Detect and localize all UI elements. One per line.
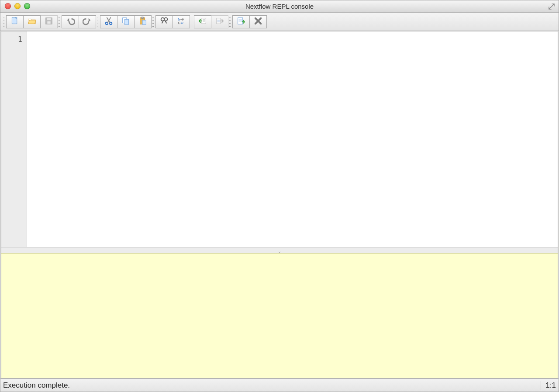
run-script-button[interactable]: [194, 15, 211, 28]
minimize-window-button[interactable]: [14, 3, 21, 9]
editor-container: 1 ⌄: [1, 31, 558, 378]
splitter-handle-icon: ⌄: [278, 249, 281, 254]
svg-rect-8: [124, 19, 128, 24]
cursor-position: 1:1: [541, 381, 556, 390]
toolbar: ba: [0, 13, 559, 31]
open-file-button[interactable]: [23, 15, 41, 28]
close-window-button[interactable]: [5, 3, 11, 9]
toolbar-grip[interactable]: [229, 16, 231, 28]
new-file-button[interactable]: [6, 15, 24, 28]
find-replace-icon: ba: [176, 16, 186, 27]
code-editor: 1: [1, 31, 558, 247]
redo-button[interactable]: [79, 15, 96, 28]
interrupt-button[interactable]: [249, 15, 267, 28]
svg-point-13: [164, 18, 167, 21]
new-file-icon: [10, 16, 20, 27]
toolbar-grip[interactable]: [59, 16, 61, 28]
svg-rect-16: [202, 18, 206, 24]
run-selection-button[interactable]: [211, 15, 228, 28]
svg-rect-11: [142, 20, 146, 24]
stop-icon: [253, 16, 263, 27]
cut-icon: [104, 16, 114, 27]
find-icon: [159, 16, 169, 27]
open-folder-icon: [27, 16, 37, 27]
status-bar: Execution complete. 1:1: [0, 378, 559, 392]
pane-splitter[interactable]: ⌄: [1, 247, 558, 253]
svg-rect-10: [141, 17, 144, 19]
save-icon: [44, 16, 54, 27]
svg-rect-4: [47, 21, 50, 24]
toolbar-group-file: [6, 15, 58, 28]
run-selection-icon: [215, 16, 224, 27]
code-input[interactable]: [27, 31, 558, 247]
toolbar-grip[interactable]: [3, 16, 5, 28]
titlebar: Nextflow REPL console: [0, 0, 559, 13]
undo-icon: [66, 16, 75, 27]
line-number-gutter: 1: [1, 31, 27, 247]
svg-rect-18: [217, 20, 220, 22]
window-title: Nextflow REPL console: [0, 3, 559, 10]
toolbar-group-find: ba: [155, 15, 190, 28]
toolbar-group-history: [62, 15, 96, 28]
undo-button[interactable]: [62, 15, 79, 28]
toolbar-group-clipboard: [100, 15, 152, 28]
save-file-button[interactable]: [40, 15, 58, 28]
line-number: 1: [1, 35, 22, 44]
toolbar-grip[interactable]: [191, 16, 193, 28]
fullscreen-icon[interactable]: [548, 3, 555, 10]
window-controls: [5, 3, 30, 9]
svg-rect-19: [238, 18, 243, 24]
toolbar-grip[interactable]: [152, 16, 155, 28]
paste-icon: [138, 16, 148, 27]
status-message: Execution complete.: [3, 381, 536, 390]
svg-text:b: b: [178, 17, 180, 22]
svg-text:a: a: [181, 20, 183, 25]
find-replace-button[interactable]: ba: [173, 15, 190, 28]
clear-output-icon: [236, 16, 246, 27]
paste-button[interactable]: [134, 15, 152, 28]
app-window: Nextflow REPL console: [0, 0, 559, 392]
cut-button[interactable]: [100, 15, 117, 28]
run-icon: [198, 16, 207, 27]
toolbar-group-output: [232, 15, 267, 28]
svg-point-12: [161, 18, 164, 21]
output-pane[interactable]: [1, 253, 558, 378]
find-button[interactable]: [155, 15, 173, 28]
zoom-window-button[interactable]: [24, 3, 30, 9]
redo-icon: [83, 16, 92, 27]
copy-button[interactable]: [117, 15, 135, 28]
copy-icon: [121, 16, 131, 27]
toolbar-grip[interactable]: [97, 16, 99, 28]
toolbar-group-run: [194, 15, 228, 28]
svg-rect-3: [47, 18, 51, 21]
clear-output-button[interactable]: [232, 15, 250, 28]
